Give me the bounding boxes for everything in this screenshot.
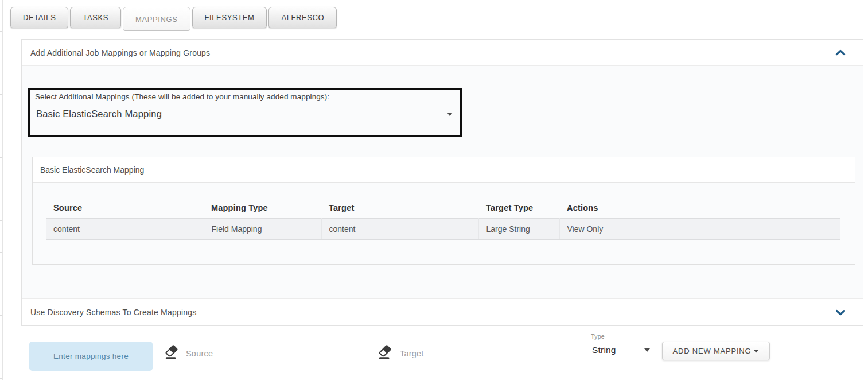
tab-tasks[interactable]: TASKS — [70, 7, 121, 28]
tab-bar: DETAILS TASKS MAPPINGS FILESYSTEM ALFRES… — [10, 7, 337, 31]
cell-target: content — [321, 219, 478, 240]
column-header-target-type: Target Type — [478, 199, 559, 219]
discovery-schemas-section-title: Use Discovery Schemas To Create Mappings — [30, 308, 196, 317]
tab-filesystem-label: FILESYSTEM — [205, 13, 255, 22]
add-new-mapping-button[interactable]: ADD NEW MAPPING — [662, 342, 770, 360]
selected-mapping-value: Basic ElasticSearch Mapping — [36, 108, 162, 119]
cell-actions: View Only — [559, 219, 840, 240]
table-header-row: Source Mapping Type Target Target Type A… — [46, 199, 840, 219]
additional-mappings-select[interactable]: Basic ElasticSearch Mapping — [36, 108, 453, 127]
type-label: Type — [591, 333, 651, 340]
chevron-down-icon[interactable] — [835, 309, 846, 316]
type-selected-value: String — [592, 345, 616, 355]
type-select[interactable]: String — [591, 344, 651, 362]
column-header-source: Source — [46, 199, 204, 219]
add-mapping-caret-down-icon — [754, 350, 759, 352]
mappings-table: Source Mapping Type Target Target Type A… — [46, 199, 840, 240]
mapping-group-card: Basic ElasticSearch Mapping Source Mappi… — [32, 157, 855, 265]
tab-tasks-label: TASKS — [83, 13, 108, 22]
tab-mappings-label: MAPPINGS — [135, 15, 177, 24]
tab-details[interactable]: DETAILS — [10, 7, 68, 28]
clear-target-eraser-icon[interactable] — [377, 343, 392, 362]
mapping-group-card-title: Basic ElasticSearch Mapping — [33, 157, 855, 183]
cell-target-type: Large String — [478, 219, 559, 240]
add-new-mapping-label: ADD NEW MAPPING — [673, 347, 752, 355]
type-select-group: Type String — [591, 333, 651, 362]
select-additional-mappings-label: Select Additional Mappings (These will b… — [35, 92, 456, 101]
enter-mappings-button[interactable]: Enter mappings here — [29, 342, 153, 371]
tab-mappings[interactable]: MAPPINGS — [123, 7, 190, 31]
column-header-actions: Actions — [559, 199, 840, 219]
tab-details-label: DETAILS — [23, 13, 56, 22]
tab-alfresco-label: ALFRESCO — [281, 13, 324, 22]
add-mappings-section-title: Add Additional Job Mappings or Mapping G… — [30, 48, 210, 57]
mappings-accordion-panel: Add Additional Job Mappings or Mapping G… — [21, 39, 863, 326]
tab-filesystem[interactable]: FILESYSTEM — [192, 7, 267, 28]
mappings-page: DETAILS TASKS MAPPINGS FILESYSTEM ALFRES… — [0, 0, 868, 380]
column-header-target: Target — [321, 199, 478, 219]
add-mappings-section-header[interactable]: Add Additional Job Mappings or Mapping G… — [22, 40, 863, 66]
clear-source-eraser-icon[interactable] — [164, 343, 179, 362]
discovery-schemas-section-header[interactable]: Use Discovery Schemas To Create Mappings — [22, 298, 863, 325]
chevron-up-icon[interactable] — [835, 49, 846, 56]
target-input[interactable] — [399, 344, 581, 363]
caret-down-icon — [447, 113, 453, 116]
column-header-mapping-type: Mapping Type — [204, 199, 321, 219]
table-row: content Field Mapping content Large Stri… — [46, 219, 840, 240]
cell-mapping-type: Field Mapping — [204, 219, 321, 240]
type-caret-down-icon — [644, 348, 650, 352]
additional-mappings-select-group: Select Additional Mappings (These will b… — [28, 88, 462, 137]
source-input[interactable] — [185, 344, 368, 363]
cell-source: content — [46, 219, 204, 240]
left-edge-cropped-content — [0, 0, 3, 380]
tab-alfresco[interactable]: ALFRESCO — [268, 7, 337, 28]
